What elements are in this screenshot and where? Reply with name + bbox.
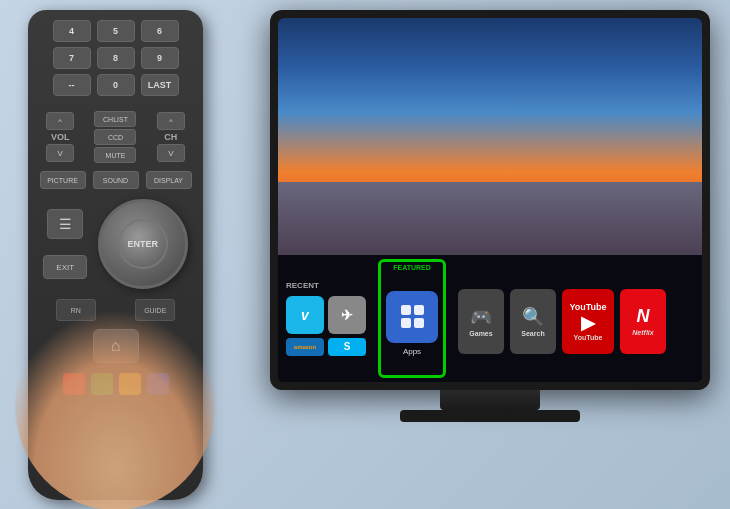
chlist-block: CHLIST CCD MUTE — [94, 111, 136, 163]
btn-7[interactable]: 7 — [53, 47, 91, 69]
scene: RECENT v ✈ — [0, 0, 730, 509]
btn-8[interactable]: 8 — [97, 47, 135, 69]
vol-label: VOL — [51, 132, 70, 142]
tv-menu: RECENT v ✈ — [278, 255, 702, 382]
mute-btn[interactable]: MUTE — [94, 147, 136, 163]
vol-block: ^ VOL V — [46, 112, 74, 162]
menu-btn[interactable]: ☰ — [47, 209, 83, 239]
apps-square-4 — [414, 318, 424, 328]
tv-base — [400, 410, 580, 422]
games-app-icon[interactable]: 🎮 Games — [458, 289, 504, 354]
youtube-app-icon[interactable]: YouTube ▶ YouTube — [562, 289, 614, 354]
apps-square-1 — [401, 305, 411, 315]
recent-apps-row2: amazon S — [286, 338, 366, 356]
enter-label: ENTER — [127, 239, 158, 249]
featured-section[interactable]: FEATURED Apps — [378, 259, 446, 378]
exit-btn[interactable]: EXIT — [43, 255, 87, 279]
number-row-789: 7 8 9 — [40, 47, 191, 69]
vol-ch-section: ^ VOL V CHLIST CCD MUTE ^ CH V — [28, 107, 203, 167]
hand-overlay — [15, 300, 215, 509]
apps-app-icon[interactable] — [386, 291, 438, 343]
display-btn[interactable]: DISPLAY — [146, 171, 192, 189]
vimeo-app-icon[interactable]: v — [286, 296, 324, 334]
btn-dash[interactable]: -- — [53, 74, 91, 96]
ch-label: CH — [164, 132, 177, 142]
amazon-app-icon[interactable]: amazon — [286, 338, 324, 356]
nav-area: ☰ EXIT ENTER — [28, 193, 203, 295]
picture-btn[interactable]: PICTURE — [40, 171, 86, 189]
netflix-app-icon[interactable]: N Netflix — [620, 289, 666, 354]
chlist-btn[interactable]: CHLIST — [94, 111, 136, 127]
enter-button[interactable]: ENTER — [98, 199, 188, 289]
number-row-456: 4 5 6 — [40, 20, 191, 42]
skype-app-icon[interactable]: S — [328, 338, 366, 356]
btn-9[interactable]: 9 — [141, 47, 179, 69]
tv-water — [278, 182, 702, 255]
vol-down-btn[interactable]: V — [46, 144, 74, 162]
enter-inner[interactable]: ENTER — [118, 219, 168, 269]
recent-apps-row: v ✈ — [286, 296, 366, 334]
recent-section: RECENT v ✈ — [278, 255, 374, 382]
ch-block: ^ CH V — [157, 112, 185, 162]
other-app-icon[interactable]: ✈ — [328, 296, 366, 334]
btn-6[interactable]: 6 — [141, 20, 179, 42]
tv-frame: RECENT v ✈ — [270, 10, 710, 390]
apps-label: Apps — [403, 347, 421, 356]
tv-stand — [440, 390, 540, 410]
btn-0[interactable]: 0 — [97, 74, 135, 96]
search-app-icon[interactable]: 🔍 Search — [510, 289, 556, 354]
psd-row: PICTURE SOUND DISPLAY — [28, 167, 203, 193]
apps-symbol — [397, 301, 428, 332]
more-apps-section: 🎮 Games 🔍 Search YouTube ▶ — [450, 255, 702, 382]
more-apps-row: 🎮 Games 🔍 Search YouTube ▶ — [458, 289, 694, 354]
remote-top-section: 4 5 6 7 8 9 -- 0 LAST — [28, 10, 203, 107]
tv-container: RECENT v ✈ — [270, 10, 710, 460]
tv-screen: RECENT v ✈ — [278, 18, 702, 382]
nav-left: ☰ EXIT — [43, 209, 87, 279]
btn-5[interactable]: 5 — [97, 20, 135, 42]
ch-down-btn[interactable]: V — [157, 144, 185, 162]
featured-label: FEATURED — [393, 264, 431, 271]
vol-up-btn[interactable]: ^ — [46, 112, 74, 130]
apps-square-3 — [401, 318, 411, 328]
ccd-btn[interactable]: CCD — [94, 129, 136, 145]
number-row-0: -- 0 LAST — [40, 74, 191, 96]
btn-4[interactable]: 4 — [53, 20, 91, 42]
apps-square-2 — [414, 305, 424, 315]
sound-btn[interactable]: SOUND — [93, 171, 139, 189]
btn-last[interactable]: LAST — [141, 74, 179, 96]
ch-up-btn[interactable]: ^ — [157, 112, 185, 130]
recent-label: RECENT — [286, 281, 366, 290]
